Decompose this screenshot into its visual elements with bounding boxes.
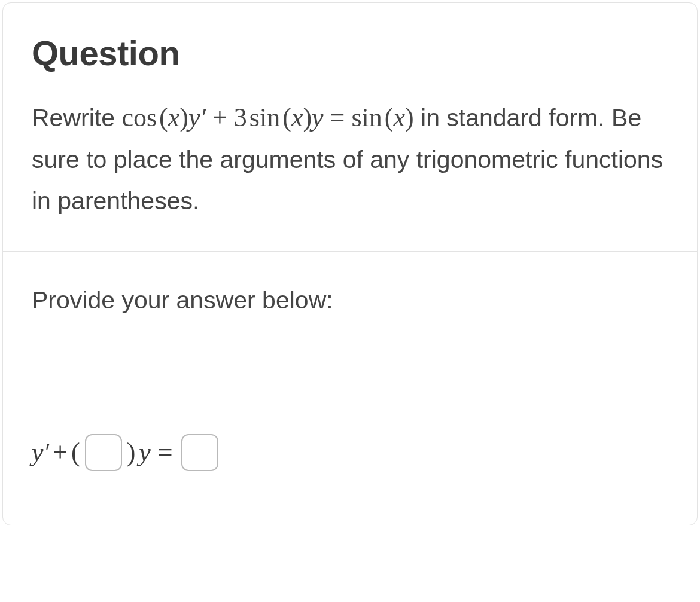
fn-cos: cos — [121, 103, 157, 132]
question-body: Rewrite cos(x)y′ + 3sin(x)y = sin(x) in … — [32, 96, 668, 221]
var-x-1: x — [168, 103, 180, 132]
question-heading: Question — [32, 33, 668, 73]
open-paren-2: ( — [282, 103, 291, 132]
var-x-2: x — [291, 103, 303, 132]
var-x-3: x — [393, 103, 405, 132]
equation: cos(x)y′ + 3sin(x)y = sin(x) — [121, 103, 413, 132]
ans-open-paren: ( — [71, 437, 80, 467]
var-y: y — [312, 103, 324, 132]
open-paren-1: ( — [159, 103, 168, 132]
ans-yprime: y′ — [32, 437, 49, 467]
coef-3: 3 — [234, 103, 247, 132]
fn-sin-2: sin — [351, 103, 382, 132]
ans-y: y — [139, 437, 151, 467]
prompt-section: Provide your answer below: — [3, 252, 697, 350]
answer-equation: y′ + ( )y = — [32, 434, 668, 471]
equals: = — [324, 103, 352, 132]
answer-blank-2[interactable] — [181, 434, 218, 471]
body-pre-text: Rewrite — [32, 104, 121, 132]
ans-plus: + — [53, 437, 68, 467]
open-paren-3: ( — [385, 103, 394, 132]
var-yprime: y′ — [188, 103, 206, 132]
answer-prompt: Provide your answer below: — [32, 282, 668, 320]
answer-section: y′ + ( )y = — [3, 350, 697, 525]
close-paren-1: ) — [179, 103, 188, 132]
question-section: Question Rewrite cos(x)y′ + 3sin(x)y = s… — [3, 3, 697, 252]
plus: + — [206, 103, 234, 132]
ans-close-paren: ) — [127, 437, 136, 467]
close-paren-3: ) — [405, 103, 414, 132]
fn-sin-1: sin — [249, 103, 280, 132]
answer-blank-1[interactable] — [85, 434, 122, 471]
ans-equals: = — [158, 437, 173, 467]
close-paren-2: ) — [303, 103, 312, 132]
question-card: Question Rewrite cos(x)y′ + 3sin(x)y = s… — [2, 2, 698, 525]
